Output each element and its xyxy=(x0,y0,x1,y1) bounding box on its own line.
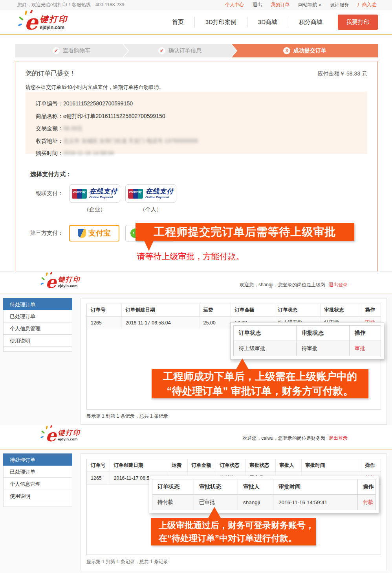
sidebar-item-instructions[interactable]: 使用说明 xyxy=(3,335,72,347)
link-personal-center[interactable]: 个人中心 xyxy=(225,2,244,8)
logo[interactable]: e 键打印 ejdyin.com xyxy=(24,14,68,31)
welcome-text: 欢迎您，shangji，您登录的岗位是上级岗 xyxy=(240,282,325,288)
sidebar-item-pending-orders[interactable]: 待处理订单 xyxy=(3,453,72,466)
sidebar-spacer xyxy=(3,347,72,352)
link-vendor-join[interactable]: 厂商入驻 xyxy=(357,2,376,8)
sidebar-item-pending-orders[interactable]: 待处理订单 xyxy=(3,298,72,310)
unionpay-line2: Online Payment xyxy=(89,196,117,199)
zoom-popup: 订单状态 审批状态 审批人 审批时间 操作 待付款 已审批 shangji 20… xyxy=(149,476,379,513)
col-created: 订单创建日期 xyxy=(110,459,168,472)
unionpay-corporate-button[interactable]: UnionPay 在线支付 Online Payment xyxy=(69,184,120,203)
sidebar-item-processed-orders[interactable]: 已处理订单 xyxy=(3,310,72,322)
popup-header-row: 订单状态 审批状态 操作 xyxy=(234,326,381,341)
unionpay-personal-button[interactable]: UnionPay 在线支付 Online Payment xyxy=(125,184,176,203)
alipay-shield-icon xyxy=(78,229,86,238)
link-my-orders[interactable]: 我的订单 xyxy=(271,2,289,8)
unionpay-label: 银联支付： xyxy=(15,190,63,197)
sidebar-item-personal-info[interactable]: 个人信息管理 xyxy=(3,478,72,490)
cell-approver: shangji xyxy=(238,495,273,510)
payment-method-title: 选择支付方式： xyxy=(30,171,71,178)
logo-domain: ejdyin.com xyxy=(40,25,68,30)
records-summary: 显示第 1 到第 1 条记录，总共 1 条记录 xyxy=(86,413,168,420)
unionpay-line2: Online Payment xyxy=(145,196,174,199)
order-field-address: 收货地址： 北京市 东城区 东华门街道 天安门 电话号 13755555555 xyxy=(36,135,357,147)
banner-line2: 在“待处理订单”中对订单进行付款。 xyxy=(159,532,316,545)
check-icon: ✔ xyxy=(158,47,165,54)
admin-header: e 键打印 ejdyin.com 欢迎您，caiwu，您登录的岗位是财务岗 退出… xyxy=(0,425,392,450)
checkout-stepper: ✔ 查看购物车 ✔ 确认订单信息 3 成功提交订单 xyxy=(15,44,378,57)
cell-shipping: 25.00 xyxy=(199,317,231,329)
logo-dash-blue-icon xyxy=(18,23,22,26)
link-design-service[interactable]: 设计服务 xyxy=(330,2,349,8)
col-approval-status: 审批状态 xyxy=(320,304,361,317)
approval-callout-banner: 工程师提交完订单后需等待上级审批 xyxy=(136,223,354,241)
orders-panel: 订单号 订单创建日期 运费 订单金额 订单状态 审批状态 审批人 审批时间 操作… xyxy=(81,453,387,570)
logo-dash-green-icon xyxy=(41,277,45,280)
popup-row: 待上级审批 待审批 审批 xyxy=(234,341,381,356)
col-order-status: 订单状态 xyxy=(152,479,194,495)
col-approval-time: 审批时间 xyxy=(273,479,358,495)
cell-created: 2016-11-17 06:58:04 xyxy=(121,317,199,329)
sidebar-item-personal-info[interactable]: 个人信息管理 xyxy=(3,322,72,335)
thirdparty-label: 第三方支付： xyxy=(15,230,63,237)
print-now-button[interactable]: 我要打印 xyxy=(338,15,378,30)
link-logout[interactable]: 退出 xyxy=(253,2,262,8)
nav-3d-mall[interactable]: 3D商城 xyxy=(247,17,288,28)
sidebar-spacer xyxy=(3,502,72,507)
sidebar: 待处理订单 已处理订单 个人信息管理 使用说明 xyxy=(3,453,72,507)
col-order-no: 订单号 xyxy=(87,459,110,472)
sidebar-item-processed-orders[interactable]: 已处理订单 xyxy=(3,466,72,478)
logo-text: 键打印 ejdyin.com xyxy=(58,275,81,289)
nav-points-mall[interactable]: 积分商城 xyxy=(288,17,333,28)
unionpay-personal-caption: （个人） xyxy=(125,206,176,213)
col-created: 订单创建日期 xyxy=(121,304,199,317)
admin-header: e 键打印 ejdyin.com 欢迎您，shangji，您登录的岗位是上级岗 … xyxy=(0,272,392,293)
col-order-status: 订单状态 xyxy=(234,326,297,341)
logout-link[interactable]: 退出登录 xyxy=(329,282,348,288)
field-label: 购买时间： xyxy=(36,147,63,160)
order-info-box: 订单编号： 20161115225802700599150 商品名称： e键打印… xyxy=(26,92,367,154)
field-label: 商品名称： xyxy=(36,110,63,123)
unionpay-text: 在线支付 Online Payment xyxy=(145,188,174,199)
nav-home[interactable]: 首页 xyxy=(161,17,194,28)
col-action: 操作 xyxy=(361,304,381,317)
col-amount: 订单金额 xyxy=(187,459,216,472)
link-site-nav[interactable]: 网站导航 ∨ xyxy=(298,2,321,8)
sidebar-item-instructions[interactable]: 使用说明 xyxy=(3,490,72,502)
approve-action-link[interactable]: 审批 xyxy=(355,345,365,351)
order-field-number: 订单编号： 20161115225802700599150 xyxy=(36,98,357,110)
supervisor-panel-view: e 键打印 ejdyin.com 欢迎您，shangji，您登录的岗位是上级岗 … xyxy=(0,271,392,425)
cell-order-no: 1265 xyxy=(87,317,121,329)
field-value: 20161115225802700599150 xyxy=(63,98,133,110)
unionpay-line1: 在线支付 xyxy=(145,188,174,195)
records-summary: 显示第 1 到第 1 条记录，总共 1 条记录 xyxy=(86,558,168,565)
order-field-amount: 交易金额： 58.33元 xyxy=(36,122,357,135)
callout-arrow-down-icon xyxy=(144,240,154,251)
field-value-blurred: 2016-11-16 14:58:04 xyxy=(63,147,114,160)
logo[interactable]: e 键打印 ejdyin.com xyxy=(46,275,81,289)
logo-dash-green-icon xyxy=(19,16,24,20)
banner-line1: 上级审批通过后，财务可登录财务账号， xyxy=(159,519,316,532)
payment-deadline-note: 请您在提交订单后48小时内完成支付，逾期订单将自动取消。 xyxy=(15,78,377,91)
col-approver: 审批人 xyxy=(238,479,273,495)
step-confirm-order: ✔ 确认订单信息 xyxy=(123,44,236,57)
cell-order-status: 待上级审批 xyxy=(234,341,297,356)
col-order-no: 订单号 xyxy=(87,304,121,317)
col-order-status: 订单状态 xyxy=(274,304,320,317)
welcome-text: 欢迎您，caiwu，您登录的岗位是财务岗 xyxy=(242,435,325,442)
logo[interactable]: e 键打印 ejdyin.com xyxy=(46,428,81,442)
logo-name: 键打印 xyxy=(58,428,81,437)
step-label: 成功提交订单 xyxy=(293,47,326,54)
table-header-row: 订单号 订单创建日期 运费 订单金额 订单状态 审批状态 操作 xyxy=(87,304,381,317)
nav-3d-print-cases[interactable]: 3D打印案例 xyxy=(194,17,247,28)
logout-link[interactable]: 退出登录 xyxy=(329,435,348,442)
alipay-button[interactable]: 支付宝 xyxy=(69,225,119,241)
logo-dash-blue-icon xyxy=(40,436,44,438)
pay-action-link[interactable]: 付款 xyxy=(363,499,374,505)
field-label: 订单编号： xyxy=(36,98,63,110)
table-header-row: 订单号 订单创建日期 运费 订单金额 订单状态 审批状态 审批人 审批时间 操作 xyxy=(87,459,381,472)
logo-dash-green-icon xyxy=(41,430,45,434)
col-shipping: 运费 xyxy=(168,459,187,472)
cell-approval-status: 待审批 xyxy=(297,341,350,356)
zoom-popup-table: 订单状态 审批状态 操作 待上级审批 待审批 审批 xyxy=(233,325,381,356)
